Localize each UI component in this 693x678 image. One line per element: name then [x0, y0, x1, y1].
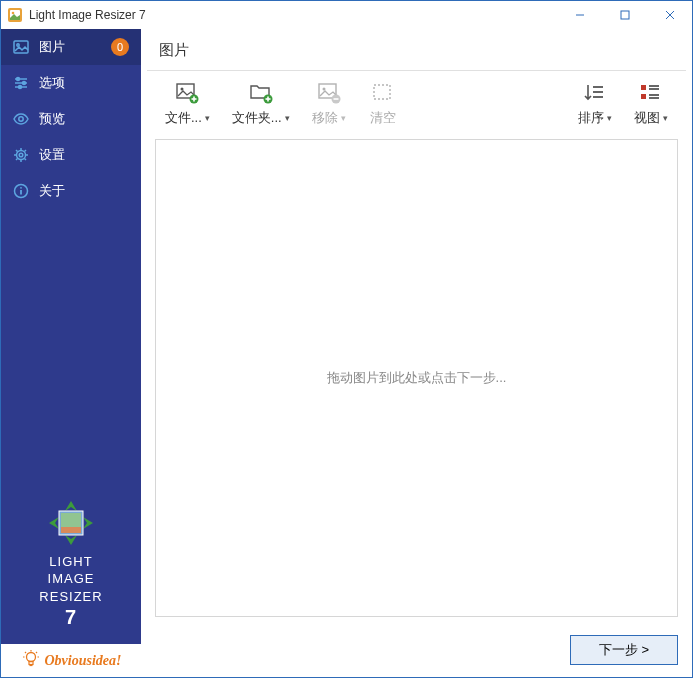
add-files-button[interactable]: 文件...▾: [155, 77, 220, 131]
sidebar-item-options[interactable]: 选项: [1, 65, 141, 101]
remove-file-icon: [317, 81, 341, 105]
next-button[interactable]: 下一步 >: [570, 635, 678, 665]
svg-point-16: [17, 151, 26, 160]
svg-rect-30: [61, 513, 81, 527]
sidebar-item-label: 预览: [39, 110, 129, 128]
svg-point-14: [19, 86, 22, 89]
window-title: Light Image Resizer 7: [29, 8, 557, 22]
logo-icon: [47, 499, 95, 547]
sidebar-item-label: 图片: [39, 38, 101, 56]
sort-icon: [583, 81, 607, 105]
image-count-badge: 0: [111, 38, 129, 56]
svg-rect-4: [621, 11, 629, 19]
sliders-icon: [13, 75, 29, 91]
toolbar-label: 移除: [312, 109, 338, 127]
sidebar-item-label: 设置: [39, 146, 129, 164]
sidebar: 图片 0 选项 预览 设置 关于 LIGHT IMAGE: [1, 29, 141, 677]
sidebar-item-preview[interactable]: 预览: [1, 101, 141, 137]
eye-icon: [13, 111, 29, 127]
gear-icon: [13, 147, 29, 163]
svg-point-2: [12, 12, 15, 15]
chevron-down-icon: ▾: [663, 113, 668, 123]
svg-point-28: [20, 187, 22, 189]
svg-rect-57: [641, 94, 646, 99]
obviousidea-label: Obviousidea!: [45, 653, 122, 669]
svg-line-24: [25, 150, 27, 152]
remove-button[interactable]: 移除▾: [302, 77, 356, 131]
svg-point-49: [322, 88, 325, 91]
lightbulb-icon: [21, 649, 41, 672]
svg-rect-31: [61, 527, 81, 533]
svg-line-34: [25, 652, 26, 653]
add-folders-button[interactable]: 文件夹...▾: [222, 77, 300, 131]
drop-placeholder-text: 拖动图片到此处或点击下一步...: [327, 369, 507, 387]
sidebar-item-settings[interactable]: 设置: [1, 137, 141, 173]
sidebar-item-label: 选项: [39, 74, 129, 92]
view-icon: [639, 81, 663, 105]
svg-point-8: [17, 44, 19, 46]
minimize-button[interactable]: [557, 1, 602, 29]
svg-line-25: [16, 159, 18, 161]
svg-rect-52: [374, 85, 390, 99]
view-button[interactable]: 视图▾: [624, 77, 678, 131]
chevron-down-icon: ▾: [607, 113, 612, 123]
maximize-button[interactable]: [602, 1, 647, 29]
chevron-down-icon: ▾: [285, 113, 290, 123]
info-icon: [13, 183, 29, 199]
svg-point-32: [26, 653, 35, 662]
chevron-down-icon: ▾: [205, 113, 210, 123]
svg-line-35: [36, 652, 37, 653]
sidebar-item-images[interactable]: 图片 0: [1, 29, 141, 65]
svg-line-22: [16, 150, 18, 152]
footer: 下一步 >: [141, 627, 692, 677]
window-controls: [557, 1, 692, 29]
toolbar: 文件...▾ 文件夹...▾ 移除▾ 清空 排序▾ 视图▾: [141, 71, 692, 133]
svg-line-23: [25, 159, 27, 161]
clear-button[interactable]: 清空: [358, 77, 408, 131]
sidebar-item-label: 关于: [39, 182, 129, 200]
toolbar-label: 视图: [634, 109, 660, 127]
chevron-down-icon: ▾: [341, 113, 346, 123]
svg-point-13: [23, 82, 26, 85]
app-logo: LIGHT IMAGE RESIZER 7: [1, 489, 141, 645]
svg-rect-56: [641, 85, 646, 90]
clear-icon: [371, 81, 395, 105]
image-icon: [13, 39, 29, 55]
sidebar-item-about[interactable]: 关于: [1, 173, 141, 209]
logo-text: LIGHT IMAGE RESIZER 7: [39, 553, 102, 631]
toolbar-label: 文件夹...: [232, 109, 282, 127]
svg-point-12: [17, 78, 20, 81]
close-button[interactable]: [647, 1, 692, 29]
drop-area[interactable]: 拖动图片到此处或点击下一步...: [155, 139, 678, 617]
svg-point-15: [19, 117, 23, 121]
svg-point-41: [181, 88, 184, 91]
add-file-icon: [175, 81, 199, 105]
titlebar: Light Image Resizer 7: [1, 1, 692, 29]
svg-rect-38: [29, 662, 33, 665]
add-folder-icon: [249, 81, 273, 105]
sort-button[interactable]: 排序▾: [568, 77, 622, 131]
page-title: 图片: [141, 29, 692, 70]
toolbar-label: 清空: [370, 109, 396, 127]
content: 图片 文件...▾ 文件夹...▾ 移除▾ 清空 排序▾: [141, 29, 692, 677]
toolbar-label: 文件...: [165, 109, 202, 127]
app-icon: [7, 7, 23, 23]
obviousidea-link[interactable]: Obviousidea!: [1, 644, 141, 677]
svg-point-17: [19, 153, 23, 157]
toolbar-label: 排序: [578, 109, 604, 127]
